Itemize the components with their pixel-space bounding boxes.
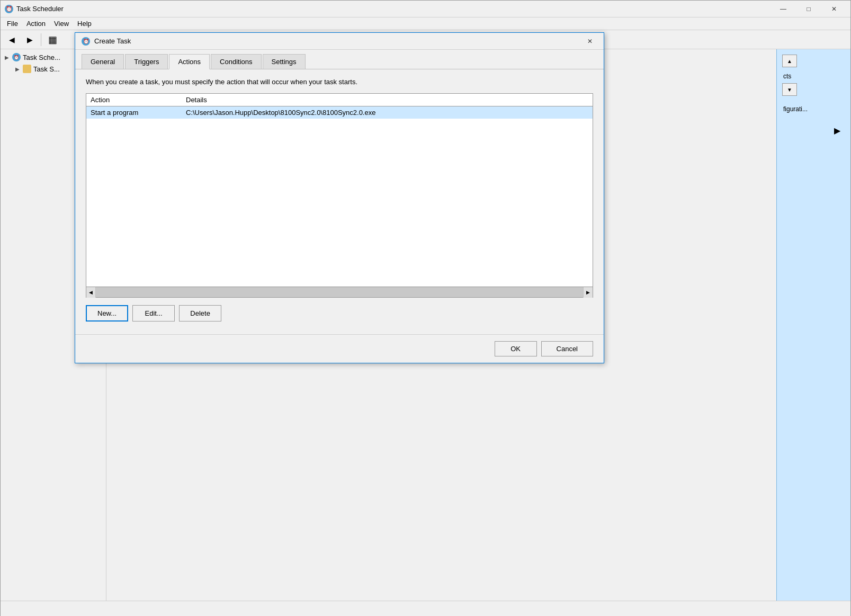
delete-button[interactable]: Delete (179, 305, 221, 322)
main-window: ⏰ Task Scheduler — □ ✕ File Action View … (0, 0, 851, 616)
menu-view[interactable]: View (50, 19, 73, 29)
column-header-action: Action (91, 96, 186, 104)
accent-down-button[interactable]: ▼ (782, 83, 797, 96)
scroll-left-button[interactable]: ◀ (86, 287, 96, 298)
dialog-close-button[interactable]: ✕ (583, 35, 597, 48)
tab-settings[interactable]: Settings (263, 54, 306, 69)
ok-button[interactable]: OK (495, 341, 537, 356)
right-accent-panel: ▲ cts ▼ figurati... ▶ (776, 49, 850, 601)
tab-bar: General Triggers Actions Conditions Sett… (75, 50, 604, 69)
tab-triggers[interactable]: Triggers (125, 54, 168, 69)
actions-table-container: Action Details Start a program C:\Users\… (86, 93, 593, 298)
dialog-title-bar: ⏰ Create Task ✕ (75, 33, 604, 50)
scroll-right-button[interactable]: ▶ (583, 287, 593, 298)
actions-table-header: Action Details (86, 94, 593, 106)
accent-text-cts: cts (781, 70, 793, 82)
new-button[interactable]: New... (86, 305, 128, 322)
actions-description: When you create a task, you must specify… (86, 78, 593, 86)
tree-arrow-child: ▶ (15, 66, 23, 72)
maximize-button[interactable]: □ (796, 1, 821, 17)
grid-button[interactable]: ▦ (44, 32, 61, 47)
table-row[interactable]: Start a program C:\Users\Jason.Hupp\Desk… (86, 106, 593, 119)
dialog-icon: ⏰ (82, 37, 90, 46)
tree-arrow-root: ▶ (5, 55, 12, 60)
menu-action[interactable]: Action (22, 19, 50, 29)
create-task-dialog: ⏰ Create Task ✕ General Triggers Actions… (75, 32, 604, 363)
actions-table-body: Start a program C:\Users\Jason.Hupp\Desk… (86, 106, 593, 287)
status-bar (1, 601, 850, 616)
horizontal-scrollbar: ◀ ▶ (86, 287, 593, 297)
edit-button[interactable]: Edit... (132, 305, 175, 322)
close-button[interactable]: ✕ (822, 1, 846, 17)
column-header-details: Details (186, 96, 588, 104)
app-icon: ⏰ (5, 5, 13, 13)
back-button[interactable]: ◀ (3, 32, 20, 47)
menu-file[interactable]: File (3, 19, 22, 29)
tree-icon-clock: ⏰ (12, 53, 21, 61)
menu-help[interactable]: Help (73, 19, 96, 29)
tab-general[interactable]: General (82, 54, 124, 69)
row-action: Start a program (91, 109, 186, 117)
forward-button[interactable]: ▶ (21, 32, 38, 47)
scroll-track[interactable] (96, 287, 583, 297)
tree-icon-folder (23, 65, 31, 73)
tab-conditions[interactable]: Conditions (211, 54, 261, 69)
app-title: Task Scheduler (16, 5, 771, 13)
tree-label-child: Task S... (33, 65, 60, 73)
chevron-right-icon: ▶ (834, 126, 840, 135)
dialog-title: Create Task (94, 37, 583, 45)
accent-up-button[interactable]: ▲ (782, 55, 797, 67)
action-buttons: New... Edit... Delete (86, 305, 593, 322)
tree-label-root: Task Sche... (23, 53, 60, 61)
title-bar: ⏰ Task Scheduler — □ ✕ (1, 1, 850, 17)
accent-text-figurati: figurati... (781, 103, 810, 115)
minimize-button[interactable]: — (771, 1, 795, 17)
dialog-footer: OK Cancel (75, 334, 604, 363)
window-controls: — □ ✕ (771, 1, 846, 17)
tab-actions[interactable]: Actions (169, 54, 210, 69)
row-details: C:\Users\Jason.Hupp\Desktop\8100Sync2.0\… (186, 109, 588, 117)
menu-bar: File Action View Help (1, 17, 850, 30)
dialog-content: When you create a task, you must specify… (75, 69, 604, 334)
cancel-button[interactable]: Cancel (541, 341, 593, 356)
toolbar-separator (41, 33, 41, 46)
